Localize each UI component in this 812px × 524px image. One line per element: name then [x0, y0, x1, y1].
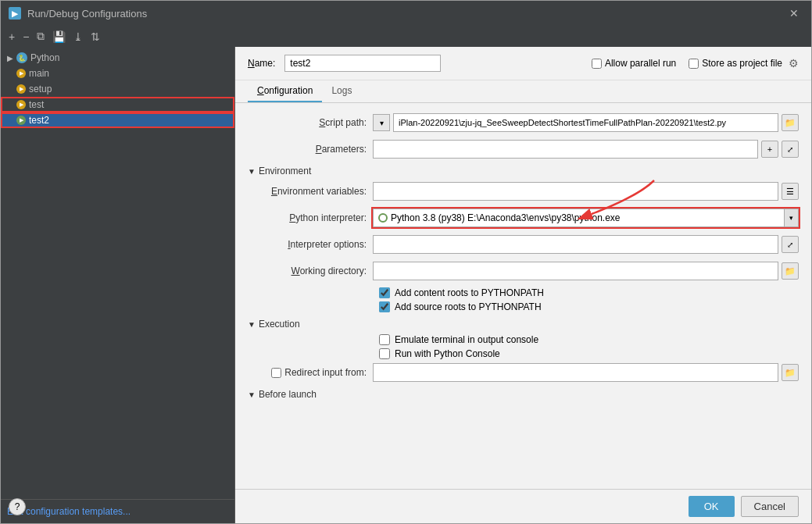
header-checkboxes: Allow parallel run Store as project file…	[592, 57, 799, 70]
script-path-row: Script path: ▾ 📁	[248, 112, 799, 133]
tree-group-python[interactable]: ▶ 🐍 Python	[1, 50, 234, 66]
run-debug-dialog: ▶ Run/Debug Configurations ✕ + − ⧉ 💾 ⤓ ⇅…	[0, 0, 812, 524]
save-config-button[interactable]: 💾	[49, 29, 69, 45]
run-icon-test2: ▶	[16, 116, 26, 125]
cancel-button[interactable]: Cancel	[741, 496, 799, 517]
env-vars-label: Environment variables:	[248, 186, 373, 197]
tree-item-test[interactable]: ▶ test	[1, 97, 234, 112]
title-bar: ▶ Run/Debug Configurations ✕	[1, 1, 811, 26]
redirect-input-row: Redirect input from: 📁	[248, 362, 799, 383]
bottom-bar: OK Cancel	[235, 489, 811, 523]
allow-parallel-run-label: Allow parallel run	[605, 58, 676, 69]
run-icon-main: ▶	[16, 69, 26, 78]
tabs-bar: Configuration Logs	[235, 80, 811, 103]
redirect-input-browse-button[interactable]: 📁	[782, 364, 799, 381]
interpreter-options-row: Interpreter options: ⤢	[248, 234, 799, 255]
tab-logs[interactable]: Logs	[322, 80, 361, 102]
ok-button[interactable]: OK	[689, 496, 735, 517]
env-vars-row: Environment variables: PYTHONUNBUFFERED=…	[248, 181, 799, 201]
parameters-field: + ⤢	[373, 140, 799, 159]
interpreter-options-field: ⤢	[373, 235, 799, 254]
execution-section-header: ▼ Execution	[248, 319, 799, 330]
right-panel: Name: Allow parallel run Store as projec…	[235, 47, 811, 523]
tree-item-test2[interactable]: ▶ test2	[1, 112, 234, 128]
tree-item-setup[interactable]: ▶ setup	[1, 81, 234, 97]
python-interpreter-field: Python 3.8 (py38) E:\Anaconda3\envs\py38…	[373, 209, 799, 227]
right-header: Name: Allow parallel run Store as projec…	[235, 47, 811, 80]
parameters-label: Parameters:	[248, 144, 373, 155]
help-button[interactable]: ?	[9, 498, 26, 515]
environment-section-label: Environment	[259, 166, 311, 176]
add-content-roots-checkbox[interactable]	[379, 287, 390, 298]
python-icon: 🐍	[16, 52, 27, 63]
tree-item-main[interactable]: ▶ main	[1, 66, 234, 81]
copy-config-button[interactable]: ⧉	[34, 28, 48, 45]
parameters-row: Parameters: + ⤢	[248, 139, 799, 159]
script-path-dropdown[interactable]: ▾	[373, 114, 390, 131]
run-icon-test: ▶	[16, 100, 26, 109]
main-content: ▶ 🐍 Python ▶ main ▶ setup ▶ test	[1, 47, 811, 523]
tree-item-main-label: main	[29, 68, 49, 79]
execution-triangle[interactable]: ▼	[248, 320, 256, 329]
parameters-add-button[interactable]: +	[761, 141, 778, 158]
emulate-terminal-row: Emulate terminal in output console	[379, 334, 799, 345]
app-icon: ▶	[9, 7, 21, 20]
close-button[interactable]: ✕	[785, 5, 803, 21]
allow-parallel-run-checkbox[interactable]	[592, 59, 602, 69]
interpreter-options-expand-button[interactable]: ⤢	[782, 236, 799, 253]
name-label: Name:	[248, 58, 275, 69]
unknown-button[interactable]: ⤓	[70, 29, 86, 45]
before-launch-triangle[interactable]: ▼	[248, 390, 256, 399]
redirect-input-text: Redirect input from:	[284, 367, 367, 378]
store-as-project-file-label: Store as project file	[702, 58, 782, 69]
redirect-input-input[interactable]	[373, 363, 778, 382]
env-vars-edit-button[interactable]: ☰	[782, 183, 799, 200]
toolbar: + − ⧉ 💾 ⤓ ⇅	[1, 26, 811, 47]
script-path-input[interactable]	[393, 113, 778, 132]
remove-config-button[interactable]: −	[20, 29, 32, 45]
execution-section-label: Execution	[259, 319, 300, 330]
working-directory-browse-button[interactable]: 📁	[782, 262, 799, 280]
left-bottom: Edit configuration templates...	[1, 499, 234, 523]
python-group-label: Python	[30, 52, 59, 63]
env-vars-field: PYTHONUNBUFFERED=1 ☰	[373, 182, 799, 201]
interpreter-options-label: Interpreter options:	[248, 239, 373, 250]
add-config-button[interactable]: +	[5, 29, 18, 45]
python-indicator-icon	[378, 213, 388, 223]
tree-item-test-label: test	[29, 99, 44, 110]
parameters-input[interactable]	[373, 140, 758, 159]
redirect-input-label: Redirect input from:	[248, 367, 373, 378]
run-icon-setup: ▶	[16, 84, 26, 94]
working-directory-row: Working directory: eFullPathPlan-2022092…	[248, 261, 799, 281]
script-path-browse-button[interactable]: 📁	[782, 114, 799, 131]
add-source-roots-label: Add source roots to PYTHONPATH	[395, 301, 542, 312]
parameters-expand-button[interactable]: ⤢	[782, 141, 799, 158]
environment-section-header: ▼ Environment	[248, 166, 799, 176]
add-content-roots-label: Add content roots to PYTHONPATH	[395, 287, 544, 298]
python-interpreter-arrow[interactable]: ▾	[784, 209, 798, 226]
store-as-project-file-checkbox[interactable]	[689, 59, 699, 69]
working-directory-input[interactable]: eFullPathPlan-20220921\zju-jq_SeeSweepDe…	[373, 262, 778, 280]
name-input[interactable]	[284, 55, 441, 72]
sort-button[interactable]: ⇅	[88, 29, 103, 45]
redirect-input-field: 📁	[373, 363, 799, 382]
dialog-title: Run/Debug Configurations	[27, 8, 147, 20]
add-content-roots-row: Add content roots to PYTHONPATH	[379, 287, 799, 298]
environment-triangle[interactable]: ▼	[248, 167, 256, 176]
run-with-python-console-row: Run with Python Console	[379, 348, 799, 359]
add-source-roots-checkbox[interactable]	[379, 301, 390, 312]
working-directory-label: Working directory:	[248, 266, 373, 276]
run-with-python-console-label: Run with Python Console	[395, 348, 500, 359]
config-tree: ▶ 🐍 Python ▶ main ▶ setup ▶ test	[1, 47, 234, 499]
env-vars-input[interactable]: PYTHONUNBUFFERED=1	[373, 182, 778, 201]
redirect-input-checkbox[interactable]	[271, 368, 281, 378]
python-interpreter-row: Python interpreter: Python 3.8 (py38) E:…	[248, 208, 799, 228]
run-with-python-console-checkbox[interactable]	[379, 348, 390, 359]
tab-configuration[interactable]: Configuration	[248, 80, 322, 102]
before-launch-section-header: ▼ Before launch	[248, 389, 799, 400]
python-interpreter-value: Python 3.8 (py38) E:\Anaconda3\envs\py38…	[374, 212, 784, 223]
emulate-terminal-checkbox[interactable]	[379, 334, 390, 345]
gear-icon[interactable]: ⚙	[789, 57, 799, 70]
interpreter-options-input[interactable]	[373, 235, 778, 254]
python-interpreter-select[interactable]: Python 3.8 (py38) E:\Anaconda3\envs\py38…	[373, 209, 799, 227]
